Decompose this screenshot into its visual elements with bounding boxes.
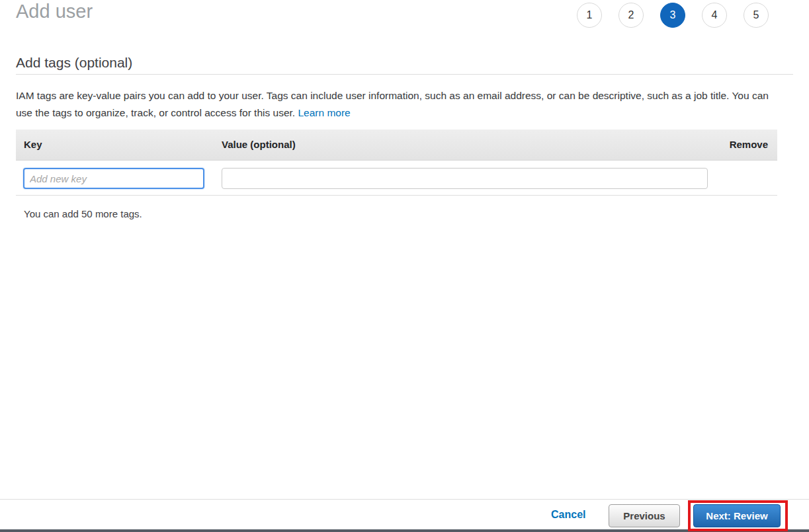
- cancel-button[interactable]: Cancel: [551, 509, 585, 521]
- tags-table-header: Key Value (optional) Remove: [16, 130, 777, 161]
- next-review-button[interactable]: Next: Review: [693, 504, 781, 527]
- step-circle-4: 4: [702, 3, 727, 28]
- section-divider: [16, 74, 793, 75]
- page-title: Add user: [16, 0, 93, 22]
- description-text: IAM tags are key-value pairs you can add…: [16, 90, 769, 118]
- tag-table-row: [16, 161, 777, 196]
- column-header-value: Value (optional): [222, 139, 296, 150]
- wizard-step-indicator: 1 2 3 4 5: [577, 3, 769, 28]
- column-header-remove: Remove: [730, 139, 768, 150]
- section-description: IAM tags are key-value pairs you can add…: [16, 87, 770, 121]
- step-circle-1: 1: [577, 3, 602, 28]
- learn-more-link[interactable]: Learn more: [298, 107, 350, 118]
- step-circle-5: 5: [744, 3, 769, 28]
- tag-value-input[interactable]: [222, 168, 708, 189]
- previous-button[interactable]: Previous: [609, 504, 680, 527]
- column-header-key: Key: [24, 139, 42, 150]
- tags-remaining-text: You can add 50 more tags.: [24, 208, 142, 219]
- section-heading: Add tags (optional): [16, 55, 132, 71]
- step-circle-3-active: 3: [660, 3, 685, 28]
- footer-divider: [0, 499, 809, 500]
- step-circle-2: 2: [618, 3, 644, 28]
- add-user-wizard-page: Add user 1 2 3 4 5 Add tags (optional) I…: [0, 0, 809, 532]
- tag-key-input[interactable]: [23, 168, 204, 189]
- bottom-console-bar: [0, 529, 809, 532]
